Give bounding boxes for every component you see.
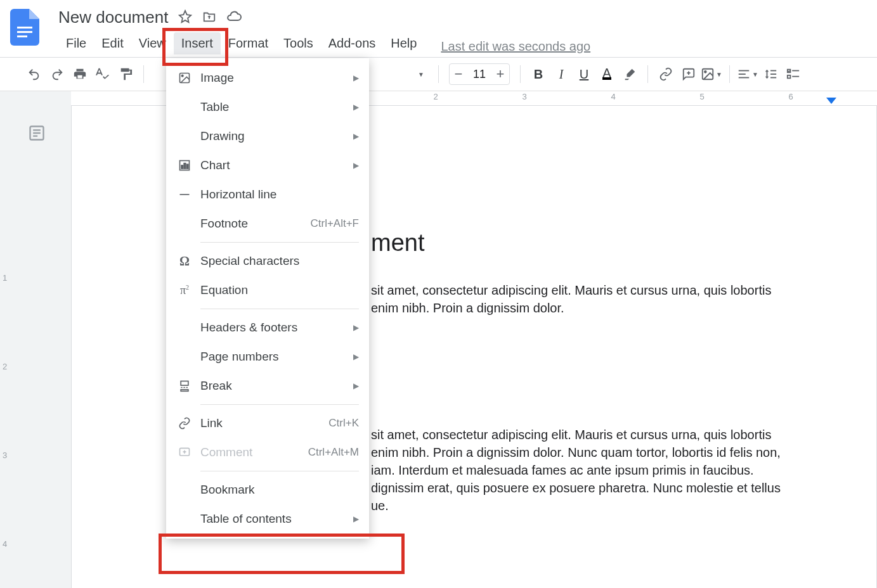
toolbar-separator [647,65,648,83]
omega-icon: Ω [175,254,194,269]
menu-edit[interactable]: Edit [94,32,131,54]
menu-item-label: Footnote [200,217,310,231]
submenu-arrow-icon: ▶ [353,323,359,332]
menu-item-label: Comment [200,445,308,459]
star-icon[interactable] [178,10,192,26]
spellcheck-button[interactable] [91,63,114,86]
menu-view[interactable]: View [131,32,174,54]
svg-rect-1 [17,31,32,33]
font-size-decrease[interactable]: − [450,66,467,82]
left-gutter: 1 2 3 4 [0,91,71,588]
right-margin-marker[interactable] [826,98,836,104]
docs-logo[interactable] [10,9,39,46]
insert-table-of-contents[interactable]: Table of contents▶ [166,504,369,534]
menu-item-label: Page numbers [200,350,349,364]
insert-image-button[interactable]: ▼ [700,63,723,86]
svg-rect-12 [792,70,799,72]
outline-toggle-icon[interactable] [28,124,46,144]
cloud-status-icon[interactable] [226,9,242,27]
doc-text-line: enim nibh. Proin a dignissim dolor. [371,301,564,316]
menu-shortcut: Ctrl+Alt+M [308,446,359,459]
doc-text-line: ue. [371,499,389,513]
insert-link-button[interactable] [654,63,677,86]
svg-rect-26 [181,381,188,386]
bold-button[interactable]: B [527,63,550,86]
insert-break[interactable]: Break▶ [166,371,369,400]
menu-shortcut: Ctrl+Alt+F [310,217,359,230]
menu-item-label: Equation [200,283,359,297]
hruler-num: 6 [788,92,793,101]
text-color-button[interactable]: A [595,63,618,86]
insert-equation[interactable]: π2Equation [166,276,369,305]
menu-file[interactable]: File [58,32,94,54]
svg-rect-0 [17,27,32,29]
highlight-button[interactable] [618,63,641,86]
hr-icon [175,188,194,201]
menu-insert[interactable]: Insert [174,32,221,54]
menu-item-label: Special characters [200,254,359,268]
insert-menu-dropdown: Image▶Table▶Drawing▶Chart▶Horizontal lin… [166,58,369,539]
menu-item-label: Break [200,379,349,393]
menu-addons[interactable]: Add-ons [321,32,384,54]
print-button[interactable] [68,63,91,86]
svg-rect-5 [739,70,750,72]
submenu-arrow-icon: ▶ [353,161,359,170]
image-icon [175,72,194,84]
menu-format[interactable]: Format [221,32,276,54]
pi-icon: π2 [175,284,194,297]
insert-headers-footers[interactable]: Headers & footers▶ [166,313,369,342]
vruler-num: 1 [3,273,7,283]
checklist-button[interactable] [782,63,805,86]
menu-tools[interactable]: Tools [276,32,321,54]
insert-comment: CommentCtrl+Alt+M [166,438,369,467]
menu-help[interactable]: Help [383,32,424,54]
insert-drawing[interactable]: Drawing▶ [166,122,369,151]
menu-item-label: Drawing [200,129,349,143]
line-spacing-button[interactable] [759,63,782,86]
svg-point-20 [181,75,183,77]
svg-rect-22 [181,165,183,169]
font-size-increase[interactable]: + [491,66,509,82]
workspace: 1 2 3 4 2 3 4 5 6 ment sit amet, consect… [0,91,877,588]
svg-rect-13 [788,75,791,79]
insert-special-characters[interactable]: ΩSpecial characters [166,246,369,276]
align-button[interactable]: ▼ [736,63,759,86]
svg-rect-8 [770,70,776,72]
menu-item-label: Link [200,416,328,430]
insert-image[interactable]: Image▶ [166,63,369,93]
svg-rect-7 [739,77,750,79]
insert-link[interactable]: LinkCtrl+K [166,409,369,438]
insert-horizontal-line[interactable]: Horizontal line [166,180,369,209]
toolbar: ▼ − 11 + B I U A ▼ ▼ [0,58,877,91]
menu-item-label: Table of contents [200,512,349,526]
move-icon[interactable] [202,10,216,26]
link-icon [175,417,194,430]
menu-shortcut: Ctrl+K [328,417,359,430]
submenu-arrow-icon: ▶ [353,514,359,523]
document-title[interactable]: New document [58,8,168,27]
insert-page-numbers[interactable]: Page numbers▶ [166,342,369,371]
svg-rect-25 [180,194,190,195]
underline-button[interactable]: U [573,63,595,86]
comment-icon [175,446,194,459]
last-edit-link[interactable]: Last edit was seconds ago [441,39,590,54]
insert-table[interactable]: Table▶ [166,93,369,122]
insert-footnote[interactable]: FootnoteCtrl+Alt+F [166,209,369,238]
vruler-num: 2 [3,362,7,371]
add-comment-button[interactable] [677,63,700,86]
vruler-num: 3 [3,451,7,460]
insert-bookmark[interactable]: Bookmark [166,475,369,504]
svg-rect-24 [186,164,188,169]
doc-text-line: dignissim erat, quis posuere ex posuere … [371,481,781,495]
menu-item-label: Chart [200,158,349,172]
font-size-control[interactable]: − 11 + [449,63,510,85]
redo-button[interactable] [46,63,68,86]
app-header: New document File Edit View Insert Forma… [0,0,877,58]
submenu-arrow-icon: ▶ [353,381,359,390]
undo-button[interactable] [23,63,46,86]
italic-button[interactable]: I [550,63,573,86]
insert-chart[interactable]: Chart▶ [166,151,369,180]
paint-format-button[interactable] [114,63,137,86]
font-size-value[interactable]: 11 [467,68,491,81]
font-dropdown[interactable]: ▼ [409,63,432,86]
